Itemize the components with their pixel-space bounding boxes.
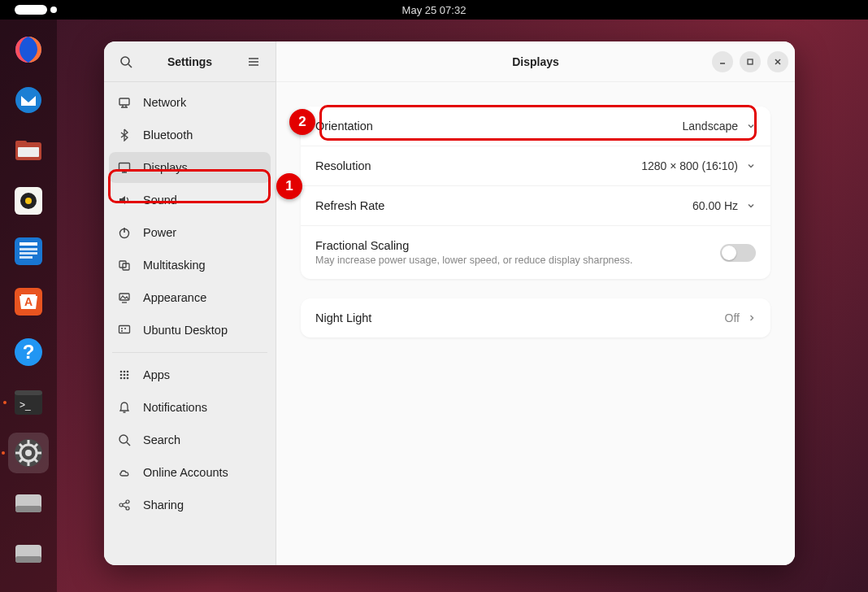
svg-rect-44 [119,163,130,171]
sidebar-item-ubuntu-desktop[interactable]: Ubuntu Desktop [109,315,271,346]
svg-point-30 [25,450,32,456]
refresh-rate-row[interactable]: Refresh Rate 60.00 Hz [301,186,770,226]
sidebar-item-label: Bluetooth [143,128,193,141]
dock-app-disk2[interactable] [8,533,49,574]
chevron-down-icon [746,161,756,171]
svg-text:?: ? [23,341,35,363]
svg-point-55 [124,328,126,329]
sidebar-title: Settings [167,55,212,68]
chevron-right-icon [748,313,756,323]
content-pane: Displays Orientation Landscape [276,41,795,565]
svg-point-69 [119,503,123,507]
dock-app-software[interactable]: A [8,281,49,322]
cloud-icon [117,465,132,480]
row-label: Orientation [315,120,373,133]
dock-app-help[interactable]: ? [8,332,49,372]
svg-rect-8 [15,237,42,265]
svg-rect-11 [20,252,37,255]
sidebar-item-apps[interactable]: Apps [109,359,271,390]
files-icon [11,133,46,168]
sidebar-item-multitasking[interactable]: Multitasking [109,250,271,281]
row-label: Fractional Scaling [315,239,633,252]
sidebar-item-sharing[interactable]: Sharing [109,490,271,520]
chevron-down-icon [746,121,756,131]
appearance-icon [117,290,132,305]
terminal-icon: >_ [11,385,46,420]
close-button[interactable] [767,51,788,72]
dock-app-thunderbird[interactable] [8,80,49,120]
sidebar-item-sound[interactable]: Sound [109,185,271,215]
night-light-row[interactable]: Night Light Off [301,298,770,337]
menu-button[interactable] [241,50,266,74]
sidebar-item-label: Ubuntu Desktop [143,324,228,337]
sidebar-item-network[interactable]: Network [109,87,271,118]
writer-icon [11,234,46,268]
sidebar-item-notifications[interactable]: Notifications [109,392,271,423]
row-label: Resolution [315,159,371,172]
dock-app-disk1[interactable] [8,483,49,524]
row-sublabel: May increase power usage, lower speed, o… [315,255,633,266]
svg-rect-18 [15,390,42,395]
resolution-row[interactable]: Resolution 1280 × 800 (16∶10) [301,146,770,186]
sidebar-item-label: Sharing [143,498,184,511]
software-icon: A [11,285,46,319]
svg-point-1 [15,87,41,113]
sidebar-item-label: Search [143,433,180,446]
hamburger-icon [247,55,260,68]
svg-point-67 [119,435,128,443]
sidebar-item-online-accounts[interactable]: Online Accounts [109,457,271,488]
svg-rect-40 [119,98,129,105]
row-label: Refresh Rate [315,199,384,212]
sidebar-item-search[interactable]: Search [109,424,271,455]
sidebar-item-power[interactable]: Power [109,217,271,248]
sidebar-item-label: Power [143,226,176,239]
close-icon [774,58,782,66]
svg-point-58 [124,371,126,373]
svg-text:>_: >_ [20,399,31,411]
clock[interactable]: May 25 07:32 [402,4,467,16]
sidebar-item-bluetooth[interactable]: Bluetooth [109,120,271,150]
firefox-icon [13,34,44,65]
settings-window: Settings Network Bluetooth Displays Soun… [104,41,795,565]
activities-indicator[interactable] [15,5,47,15]
search-button[interactable] [114,50,138,74]
power-icon [117,225,132,240]
multitasking-icon [117,258,132,272]
row-value: 60.00 Hz [692,199,756,212]
window-controls [712,51,788,72]
svg-point-57 [120,371,123,373]
settings-icon [12,437,45,469]
sidebar-header: Settings [104,41,276,82]
fractional-scaling-toggle[interactable] [720,244,756,262]
sidebar-item-label: Apps [143,368,170,381]
dock-app-writer[interactable] [8,231,49,272]
svg-rect-3 [15,141,27,146]
svg-rect-32 [15,506,41,512]
dock-app-settings[interactable] [8,433,49,473]
sidebar-item-displays[interactable]: Displays [109,152,271,183]
dock-app-rhythmbox[interactable] [8,181,49,221]
svg-rect-10 [20,248,37,250]
displays-icon [117,160,132,175]
dock-app-firefox[interactable] [8,29,49,70]
apps-icon [117,368,132,382]
dock-app-terminal[interactable]: >_ [8,382,49,423]
row-label: Night Light [315,311,371,324]
dock-app-files[interactable] [8,130,49,171]
row-text: Fractional Scaling May increase power us… [315,239,633,266]
minimize-button[interactable] [712,51,733,72]
svg-point-7 [25,198,32,204]
search-icon [119,55,132,68]
orientation-row[interactable]: Orientation Landscape [301,107,770,146]
svg-point-35 [121,57,129,65]
svg-point-70 [126,500,129,503]
svg-point-65 [127,377,129,380]
sidebar-list: Network Bluetooth Displays Sound Power M [104,82,276,565]
sidebar-item-label: Network [143,96,186,109]
sidebar-item-appearance[interactable]: Appearance [109,282,271,313]
row-value: Landscape [682,120,756,133]
help-icon: ? [12,336,45,368]
svg-point-62 [127,374,129,377]
svg-point-71 [126,507,129,510]
maximize-button[interactable] [740,51,761,72]
